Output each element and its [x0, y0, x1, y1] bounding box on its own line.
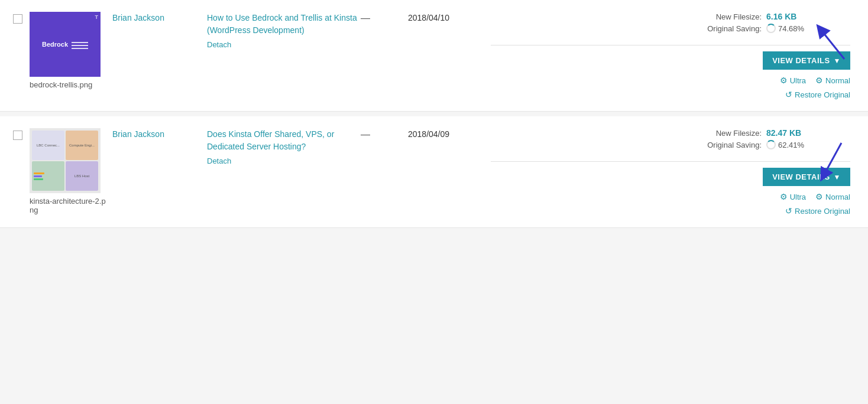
row2-author-col: Brian Jackson — [112, 128, 207, 141]
row1-ultra-label: Ultra — [790, 76, 806, 85]
row1-detach-link[interactable]: Detach — [207, 40, 361, 49]
row1-saving-label: Original Saving: — [697, 24, 762, 33]
row2-thumbnail: LBC Connec... Compute Engi... LBS Host — [30, 128, 101, 193]
kinsta-cell-3 — [32, 161, 64, 191]
row1-normal-action[interactable]: ⚙ Normal — [815, 76, 850, 85]
row2-normal-label: Normal — [825, 193, 850, 201]
row1-filename: bedrock-trellis.png — [30, 80, 106, 89]
row1-dash: — — [361, 12, 408, 24]
row2-detach-link[interactable]: Detach — [207, 157, 361, 165]
row1-author-col: Brian Jackson — [112, 12, 207, 24]
row2-filesize-value: 82.47 KB — [766, 128, 801, 138]
row2-post-title[interactable]: Does Kinsta Offer Shared, VPS, or Dedica… — [207, 128, 361, 153]
main-container: Bedrock T bedrock-trellis.png Brian Jack… — [0, 0, 868, 228]
row2-arrow-icon — [809, 134, 856, 187]
svg-line-1 — [821, 30, 844, 59]
row1-restore-action[interactable]: ↺ Restore Original — [785, 90, 850, 99]
row2-restore-icon: ↺ — [785, 206, 792, 216]
row2-ultra-action[interactable]: ⚙ Ultra — [780, 192, 806, 201]
row1-checkbox[interactable] — [13, 14, 22, 24]
row2-checkbox[interactable] — [13, 131, 22, 140]
row2-divider — [491, 161, 850, 162]
image-row-2: LBC Connec... Compute Engi... LBS Host k… — [0, 116, 868, 228]
row2-thumb-col: LBC Connec... Compute Engi... LBS Host k… — [30, 128, 106, 214]
row1-arrow-icon — [809, 18, 856, 65]
row2-actions-col: New Filesize: 82.47 KB Original Saving: … — [491, 128, 862, 216]
svg-line-3 — [824, 143, 841, 175]
row2-saving-value: 62.41% — [766, 140, 804, 149]
row1-actions-col: New Filesize: 6.16 KB Original Saving: 7… — [491, 12, 862, 99]
row2-spinner-icon — [766, 140, 776, 149]
row2-author: Brian Jackson — [112, 128, 201, 141]
row2-post-col: Does Kinsta Offer Shared, VPS, or Dedica… — [207, 128, 361, 165]
row1-post-title[interactable]: How to Use Bedrock and Trellis at Kinsta… — [207, 12, 361, 37]
row1-spinner-icon — [766, 24, 776, 33]
row2-saving-percent: 62.41% — [778, 141, 804, 149]
row1-ultra-action[interactable]: ⚙ Ultra — [780, 76, 806, 85]
kinsta-cell-1: LBC Connec... — [32, 131, 64, 160]
row1-filesize-label: New Filesize: — [697, 12, 762, 21]
row2-checkbox-col — [6, 128, 30, 140]
checkbox-col — [6, 12, 30, 24]
row1-author: Brian Jackson — [112, 12, 201, 24]
thumb-label: T — [95, 14, 99, 20]
row2-date: 2018/04/09 — [408, 128, 491, 139]
row-gap — [0, 112, 868, 116]
row1-divider — [491, 45, 850, 45]
row1-filesize-value: 6.16 KB — [766, 12, 796, 21]
row2-dash: — — [361, 128, 408, 140]
row1-thumb-col: Bedrock T bedrock-trellis.png — [30, 12, 106, 89]
row1-thumbnail: Bedrock T — [30, 12, 101, 77]
row1-date: 2018/04/10 — [408, 12, 491, 22]
row1-saving-percent: 74.68% — [778, 24, 804, 33]
row2-sub-actions: ⚙ Ultra ⚙ Normal — [780, 192, 850, 201]
kinsta-cell-2: Compute Engi... — [66, 131, 98, 160]
row2-filesize-label: New Filesize: — [697, 129, 762, 138]
row1-restore-label: Restore Original — [795, 90, 850, 99]
row2-normal-action[interactable]: ⚙ Normal — [815, 192, 850, 201]
row1-ultra-gear-icon: ⚙ — [780, 76, 788, 85]
row1-restore-icon: ↺ — [785, 90, 792, 99]
row2-filename: kinsta-architecture-2.png — [30, 197, 106, 214]
row2-saving-label: Original Saving: — [697, 141, 762, 149]
row1-normal-label: Normal — [825, 76, 850, 85]
row1-normal-gear-icon: ⚙ — [815, 76, 823, 85]
row2-ultra-label: Ultra — [790, 193, 806, 201]
row1-saving-value: 74.68% — [766, 24, 804, 33]
row2-ultra-gear-icon: ⚙ — [780, 192, 788, 201]
row1-post-col: How to Use Bedrock and Trellis at Kinsta… — [207, 12, 361, 49]
kinsta-cell-4: LBS Host — [66, 161, 98, 191]
row2-restore-action[interactable]: ↺ Restore Original — [785, 206, 850, 216]
row2-normal-gear-icon: ⚙ — [815, 192, 823, 201]
thumb-brand-label: Bedrock — [42, 41, 68, 48]
image-row: Bedrock T bedrock-trellis.png Brian Jack… — [0, 0, 868, 112]
row2-restore-label: Restore Original — [795, 207, 850, 216]
row1-sub-actions: ⚙ Ultra ⚙ Normal — [780, 76, 850, 85]
